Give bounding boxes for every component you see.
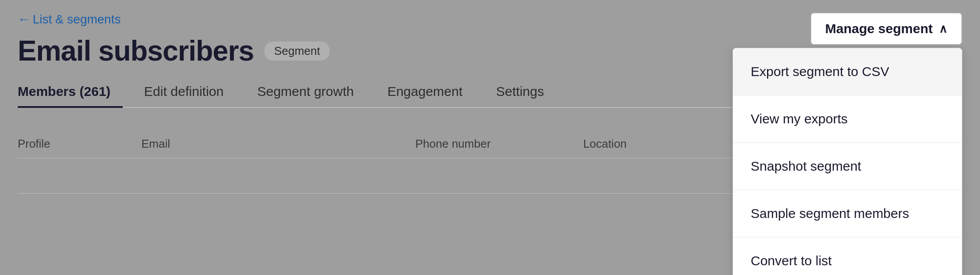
- back-arrow-icon: ←: [18, 12, 30, 27]
- column-header-phone: Phone number: [415, 137, 583, 151]
- column-header-profile: Profile: [18, 137, 141, 151]
- tab-engagement[interactable]: Engagement: [387, 80, 475, 107]
- dropdown-item-export-csv[interactable]: Export segment to CSV: [733, 48, 962, 95]
- tab-settings[interactable]: Settings: [496, 80, 556, 107]
- back-link[interactable]: ← List & segments: [18, 12, 121, 27]
- dropdown-item-sample-members[interactable]: Sample segment members: [733, 190, 962, 237]
- dropdown-item-convert-list[interactable]: Convert to list: [733, 237, 962, 275]
- tab-segment-growth[interactable]: Segment growth: [257, 80, 366, 107]
- manage-segment-button[interactable]: Manage segment ∧: [810, 12, 962, 45]
- segment-badge: Segment: [264, 42, 330, 61]
- tab-members[interactable]: Members (261): [18, 80, 123, 107]
- dropdown-item-snapshot[interactable]: Snapshot segment: [733, 143, 962, 190]
- manage-segment-dropdown: Export segment to CSV View my exports Sn…: [733, 48, 962, 275]
- page-container: ← List & segments Email subscribers Segm…: [0, 0, 980, 275]
- column-header-location: Location: [583, 137, 716, 151]
- tab-edit-definition[interactable]: Edit definition: [144, 80, 236, 107]
- page-title: Email subscribers: [18, 34, 254, 67]
- manage-segment-label: Manage segment: [825, 21, 933, 36]
- column-header-email: Email: [141, 137, 415, 151]
- back-link-label: List & segments: [33, 12, 121, 27]
- dropdown-item-view-exports[interactable]: View my exports: [733, 95, 962, 143]
- chevron-up-icon: ∧: [939, 22, 947, 36]
